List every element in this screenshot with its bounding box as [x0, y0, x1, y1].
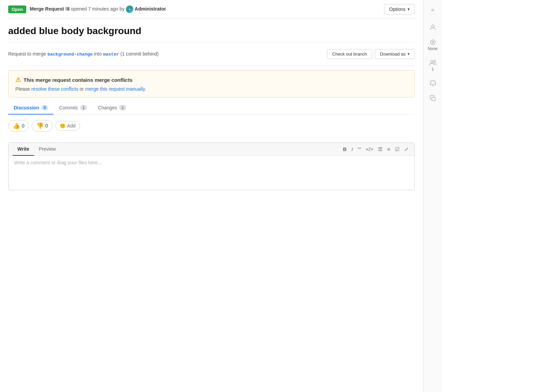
thumbs-down-button[interactable]: 👎 0: [32, 120, 53, 132]
editor-body[interactable]: Write a comment or drag your files here.…: [9, 156, 414, 190]
merge-manually-link[interactable]: merge this request manually: [85, 86, 145, 92]
tab-preview[interactable]: Preview: [34, 143, 61, 156]
header-bar: Open Merge Request !8 opened 7 minutes a…: [8, 0, 415, 19]
comment-editor: Write Preview B I “” </> ☰ ≡ ☑ ⤢ Write a…: [8, 142, 415, 190]
smiley-icon: 🙂: [60, 123, 65, 129]
bold-button[interactable]: B: [341, 144, 349, 154]
tab-write[interactable]: Write: [13, 143, 34, 156]
mr-title: added blue body background: [8, 19, 415, 42]
status-badge: Open: [8, 5, 26, 13]
thumbs-up-count: 0: [22, 123, 25, 129]
mr-label: Merge Request !8: [30, 6, 70, 12]
check-out-branch-button[interactable]: Check out branch: [327, 49, 372, 59]
unordered-list-button[interactable]: ☰: [376, 144, 384, 154]
header-meta: Merge Request !8 opened 7 minutes ago by…: [30, 5, 166, 13]
sidebar-participants-icon[interactable]: 1: [429, 59, 437, 72]
source-branch-link[interactable]: background-change: [47, 52, 93, 57]
quote-button[interactable]: “”: [356, 144, 363, 154]
editor-tabs-row: Write Preview B I “” </> ☰ ≡ ☑ ⤢: [9, 143, 414, 156]
discussion-count-badge: 0: [41, 105, 48, 110]
conflict-body: Please resolve these conflicts or merge …: [15, 86, 408, 92]
italic-button[interactable]: I: [350, 144, 354, 154]
svg-point-2: [432, 42, 434, 43]
warning-icon: ⚠: [15, 76, 21, 84]
header-left: Open Merge Request !8 opened 7 minutes a…: [8, 5, 166, 13]
sidebar-copy-icon[interactable]: [429, 95, 436, 102]
thumbs-up-button[interactable]: 👍 0: [8, 120, 29, 132]
author-name: Administrator: [135, 6, 166, 12]
thumbs-up-icon: 👍: [13, 122, 20, 130]
thumbs-down-count: 0: [45, 123, 48, 129]
options-button[interactable]: Options: [384, 4, 415, 14]
ordered-list-button[interactable]: ≡: [385, 144, 392, 154]
changes-count-badge: 1: [119, 105, 126, 110]
tab-commits[interactable]: Commits 1: [54, 102, 92, 115]
participants-count: 1: [431, 67, 434, 72]
svg-point-3: [430, 61, 433, 63]
sidebar-milestone-icon[interactable]: None: [428, 39, 438, 51]
merge-info-right: Check out branch Download as: [327, 49, 415, 59]
tab-discussion[interactable]: Discussion 0: [8, 102, 54, 115]
fullscreen-button[interactable]: ⤢: [402, 144, 410, 154]
sidebar-right: « None 1: [423, 0, 442, 392]
merge-info-left: Request to merge background-change into …: [8, 51, 159, 57]
conflict-title: ⚠ This merge request contains merge conf…: [15, 76, 408, 84]
editor-toolbar: B I “” </> ☰ ≡ ☑ ⤢: [337, 144, 414, 154]
svg-point-1: [430, 40, 435, 45]
target-branch-link[interactable]: master: [103, 52, 119, 57]
svg-rect-5: [432, 97, 435, 101]
add-emoji-button[interactable]: 🙂 Add: [55, 121, 80, 131]
svg-point-0: [431, 25, 434, 28]
commits-count-badge: 1: [80, 105, 87, 110]
code-button[interactable]: </>: [364, 144, 375, 154]
svg-point-4: [434, 60, 436, 62]
task-list-button[interactable]: ☑: [393, 144, 401, 154]
tabs-row: Discussion 0 Commits 1 Changes 1: [8, 102, 415, 115]
editor-placeholder: Write a comment or drag your files here.…: [14, 160, 102, 165]
sidebar-assignee-icon[interactable]: [429, 24, 436, 31]
resolve-conflicts-link[interactable]: resolve these conflicts: [31, 86, 78, 92]
thumbs-down-icon: 👎: [36, 122, 44, 130]
download-as-button[interactable]: Download as: [375, 49, 415, 59]
emoji-row: 👍 0 👎 0 🙂 Add: [8, 115, 415, 137]
collapse-sidebar-button[interactable]: «: [431, 4, 434, 16]
sidebar-subscribe-icon[interactable]: [429, 80, 436, 87]
avatar: [126, 5, 133, 13]
tab-changes[interactable]: Changes 1: [92, 102, 132, 115]
milestone-label: None: [428, 46, 438, 51]
conflict-box: ⚠ This merge request contains merge conf…: [8, 70, 415, 97]
merge-info-row: Request to merge background-change into …: [8, 42, 415, 66]
